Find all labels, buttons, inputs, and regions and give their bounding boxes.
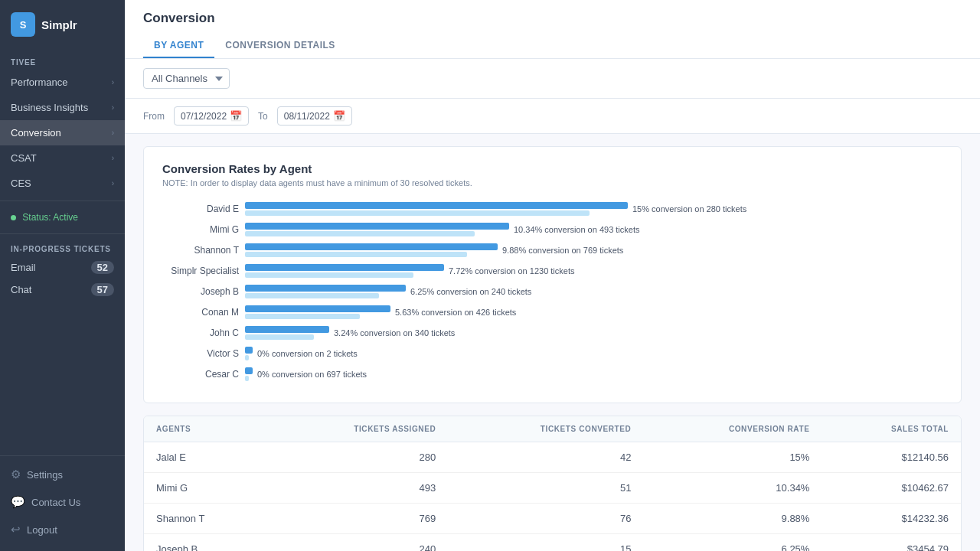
bar-label: 7.72% conversion on 1230 tickets: [449, 266, 575, 276]
table-cell-sales: $14232.36: [822, 504, 961, 534]
logout-label: Logout: [27, 524, 57, 536]
sidebar: S Simplr TIVEE Performance › Business In…: [0, 0, 125, 551]
to-label: To: [258, 111, 268, 122]
bar-wrap: 10.34% conversion on 493 tickets: [245, 222, 942, 237]
bar-outer: [245, 222, 509, 237]
from-date-input[interactable]: 07/12/2022 📅: [174, 106, 249, 126]
sidebar-label-ces: CES: [11, 178, 31, 189]
bar-wrap: 9.88% conversion on 769 tickets: [245, 243, 942, 258]
table-row: Jalal E2804215%$12140.56: [144, 442, 961, 473]
bar-agent-name: Simplr Specialist: [162, 266, 239, 276]
content-area: All Channels Email Chat From 07/12/2022 …: [125, 59, 980, 551]
col-agents: AGENTS: [144, 416, 268, 442]
chevron-right-icon: ›: [112, 179, 114, 187]
tab-by-agent[interactable]: BY AGENT: [143, 34, 214, 58]
bar-agent-name: Conan M: [162, 307, 239, 318]
bar-secondary: [245, 252, 467, 257]
table-cell-sales: $10462.67: [822, 473, 961, 504]
bar-outer: [245, 243, 498, 258]
calendar-icon-from: 📅: [230, 110, 242, 122]
email-ticket-count: 52: [91, 261, 114, 274]
sidebar-item-settings[interactable]: ⚙ Settings: [0, 461, 125, 488]
bar-outer: [245, 263, 444, 279]
sidebar-label-business-insights: Business Insights: [11, 102, 88, 113]
sidebar-item-logout[interactable]: ↩ Logout: [0, 516, 125, 543]
bars-container: David E15% conversion on 280 ticketsMimi…: [162, 201, 942, 382]
sidebar-label-csat: CSAT: [11, 152, 37, 164]
sidebar-label-conversion: Conversion: [11, 127, 61, 139]
table-cell-converted: 42: [448, 442, 643, 473]
bar-primary: [245, 347, 253, 354]
bar-outer: [245, 325, 329, 341]
chevron-right-icon: ›: [112, 129, 114, 137]
bar-agent-name: Cesar C: [162, 369, 239, 380]
status-label: Status: Active: [22, 212, 78, 223]
chart-note: NOTE: In order to display data agents mu…: [162, 178, 942, 187]
table-row: Shannon T769769.88%$14232.36: [144, 504, 961, 534]
table-cell-rate: 6.25%: [643, 534, 822, 552]
table-row: Mimi G4935110.34%$10462.67: [144, 473, 961, 504]
date-range-bar: From 07/12/2022 📅 To 08/11/2022 📅: [125, 99, 980, 134]
bar-outer: [245, 367, 253, 382]
sidebar-item-contact-us[interactable]: 💬 Contact Us: [0, 488, 125, 516]
bar-label: 6.25% conversion on 240 tickets: [410, 287, 531, 296]
chat-ticket-count: 57: [91, 283, 114, 296]
tabs-row: BY AGENT CONVERSION DETAILS: [143, 34, 962, 58]
bar-row: Joseph B6.25% conversion on 240 tickets: [162, 284, 942, 299]
to-date-input[interactable]: 08/11/2022 📅: [277, 106, 352, 126]
chevron-right-icon: ›: [112, 154, 114, 162]
bar-row: Mimi G10.34% conversion on 493 tickets: [162, 222, 942, 237]
table-cell-converted: 76: [448, 504, 643, 534]
bar-primary: [245, 326, 329, 333]
sidebar-item-performance[interactable]: Performance ›: [0, 70, 125, 95]
table-cell-agent: Mimi G: [144, 473, 268, 504]
sidebar-item-business-insights[interactable]: Business Insights ›: [0, 95, 125, 120]
col-tickets-assigned: TICKETS ASSIGNED: [268, 416, 449, 442]
table-cell-rate: 15%: [643, 442, 822, 473]
sidebar-divider-2: [0, 233, 125, 234]
conversion-table: AGENTS TICKETS ASSIGNED TICKETS CONVERTE…: [144, 416, 961, 551]
bar-wrap: 3.24% conversion on 340 tickets: [245, 325, 942, 341]
bar-agent-name: David E: [162, 204, 239, 214]
table-body: Jalal E2804215%$12140.56Mimi G4935110.34…: [144, 442, 961, 552]
bar-wrap: 0% conversion on 2 tickets: [245, 346, 942, 361]
bar-secondary: [245, 334, 314, 340]
table-cell-rate: 9.88%: [643, 504, 822, 534]
channel-select[interactable]: All Channels Email Chat: [143, 68, 230, 89]
email-ticket-label: Email: [11, 262, 36, 273]
email-ticket-row: Email 52: [0, 256, 125, 279]
in-progress-label: IN-PROGRESS TICKETS: [0, 239, 125, 256]
col-tickets-converted: TICKETS CONVERTED: [448, 416, 643, 442]
table-cell-converted: 15: [448, 534, 643, 552]
sidebar-item-conversion[interactable]: Conversion ›: [0, 120, 125, 145]
table-cell-agent: Joseph B: [144, 534, 268, 552]
filter-bar: All Channels Email Chat: [125, 59, 980, 99]
bar-wrap: 0% conversion on 697 tickets: [245, 367, 942, 382]
sidebar-logo: S Simplr: [0, 0, 125, 49]
bar-outer: [245, 284, 406, 299]
bar-agent-name: Joseph B: [162, 286, 239, 297]
bar-secondary: [245, 231, 475, 236]
table-section: AGENTS TICKETS ASSIGNED TICKETS CONVERTE…: [143, 416, 962, 551]
bar-primary: [245, 243, 498, 250]
bar-outer: [245, 305, 390, 320]
bar-primary: [245, 264, 444, 271]
col-sales-total: SALES TOTAL: [822, 416, 961, 442]
gear-icon: ⚙: [11, 468, 21, 481]
bar-secondary: [245, 293, 379, 298]
bar-secondary: [245, 355, 249, 360]
bar-agent-name: Mimi G: [162, 224, 239, 235]
bar-primary: [245, 223, 509, 230]
calendar-icon-to: 📅: [333, 110, 345, 122]
sidebar-item-ces[interactable]: CES ›: [0, 171, 125, 196]
chart-section: Conversion Rates by Agent NOTE: In order…: [143, 146, 962, 403]
bar-label: 5.63% conversion on 426 tickets: [395, 308, 516, 317]
sidebar-item-csat[interactable]: CSAT ›: [0, 145, 125, 171]
bar-row: Victor S0% conversion on 2 tickets: [162, 346, 942, 361]
bar-row: Conan M5.63% conversion on 426 tickets: [162, 305, 942, 320]
bar-outer: [245, 201, 628, 217]
tab-conversion-details[interactable]: CONVERSION DETAILS: [214, 34, 345, 58]
contact-label: Contact Us: [31, 497, 80, 508]
bar-label: 9.88% conversion on 769 tickets: [502, 246, 623, 255]
sidebar-status: Status: Active: [0, 206, 125, 229]
